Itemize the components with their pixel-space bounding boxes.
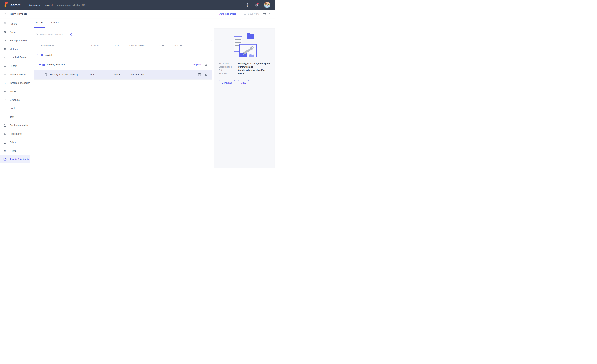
folder-row-models[interactable]: models [34, 50, 212, 60]
sidebar-item-output[interactable]: Output [0, 62, 30, 70]
notes-icon [3, 90, 7, 93]
detail-label: File Name [219, 62, 238, 65]
return-to-project-button[interactable]: Return to Project [4, 12, 27, 15]
register-button[interactable]: Register [189, 63, 201, 66]
topbar-actions: ? [245, 2, 270, 8]
tab-assets[interactable]: Assets [36, 18, 43, 28]
download-button[interactable]: Download [219, 80, 235, 85]
sidebar-item-label: Output [10, 65, 17, 67]
sidebar-item-panels[interactable]: Panels [0, 19, 30, 28]
save-view-button[interactable]: Save View [244, 12, 259, 15]
sidebar-item-label: Hyperparameters [10, 39, 29, 42]
search-icon [36, 33, 39, 36]
file-row-dummy-classifier-model[interactable]: dummy_classifier_model.j... Local 567 B … [34, 70, 212, 80]
detail-value: dummy_classifier_model.joblib [238, 62, 271, 65]
detail-row: Files Size 567 B [219, 72, 275, 75]
breadcrumb-project[interactable]: general [45, 4, 53, 6]
breadcrumb-user[interactable]: demo-user [29, 4, 40, 6]
folder-row-dummy-classifier[interactable]: dummy classifier Register [34, 60, 212, 70]
view-selector-dropdown[interactable]: Auto Generated [220, 13, 240, 15]
detail-label: Path [219, 69, 238, 72]
help-icon[interactable]: ? [245, 3, 250, 7]
svg-text:Py: Py [4, 82, 6, 84]
sidebar-item-histograms[interactable]: Histograms [0, 130, 30, 138]
file-name-link[interactable]: dummy_classifier_model.j... [50, 70, 80, 79]
detail-label: Last Modified [219, 65, 238, 69]
sidebar-item-audio[interactable]: Audio [0, 104, 30, 113]
detail-value: /models/dummy classifier [238, 69, 265, 72]
layout-table-dropdown[interactable] [263, 12, 270, 16]
top-navbar: comet demo-user › general › embarrassed_… [0, 0, 275, 10]
folder-icon [40, 50, 43, 60]
expand-chevron-icon[interactable] [37, 50, 39, 60]
download-icon[interactable] [204, 63, 207, 66]
sidebar-item-graph-definition[interactable]: Graph definition [0, 53, 30, 62]
sidebar-item-html[interactable]: HTML HTML [0, 147, 30, 155]
sidebar-item-other[interactable]: Other [0, 138, 30, 147]
tab-artifacts[interactable]: Artifacts [51, 18, 60, 28]
register-label: Register [193, 63, 201, 66]
header-label: SIZE [114, 44, 119, 47]
sidebar-item-code[interactable]: Code [0, 28, 30, 36]
announcements-icon[interactable] [255, 3, 259, 7]
cell-last-modified: 3 minutes ago [129, 70, 144, 79]
sidebar: Panels Code Hyperparameters Metrics Grap… [0, 18, 30, 167]
system-metrics-icon [3, 73, 7, 76]
table-layout-icon [263, 12, 266, 16]
search-settings-gear-icon[interactable] [70, 33, 73, 36]
view-bar: Return to Project Auto Generated Save Vi… [0, 10, 275, 18]
folder-name-link[interactable]: models [45, 50, 53, 60]
breadcrumb-experiment[interactable]: embarrassed_pilaster_911 [57, 4, 85, 6]
ellipsis-circle-icon [3, 141, 7, 144]
detail-row: File Name dummy_classifier_model.joblib [219, 62, 275, 65]
row-actions: Register [189, 60, 207, 70]
detail-label: Files Size [219, 72, 238, 75]
folder-name-link[interactable]: dummy classifier [47, 60, 65, 70]
sliders-icon [3, 39, 7, 42]
comet-logo[interactable]: comet [4, 2, 21, 8]
sidebar-item-hyperparameters[interactable]: Hyperparameters [0, 36, 30, 45]
sidebar-item-installed-packages[interactable]: Py Installed packages [0, 79, 30, 87]
detail-row: Path /models/dummy classifier [219, 69, 275, 72]
comet-flame-icon [4, 2, 9, 8]
sidebar-item-confusion-matrix[interactable]: Confusion matrix [0, 121, 30, 130]
file-details-panel: File Name dummy_classifier_model.joblib … [214, 28, 275, 167]
sidebar-item-label: Installed packages [10, 82, 30, 84]
sidebar-item-text[interactable]: Tt Text [0, 113, 30, 121]
header-label: STEP [159, 44, 164, 47]
sidebar-item-assets-artifacts[interactable]: Assets & Artifacts [0, 155, 30, 164]
terminal-icon [3, 64, 7, 68]
header-file-name[interactable]: FILE NAME [41, 40, 54, 50]
graph-icon [3, 56, 7, 59]
header-size: SIZE [114, 40, 119, 50]
expand-chevron-icon[interactable] [39, 60, 41, 70]
illustration-image [240, 44, 257, 57]
header-last-modified: LAST MODIFIED [129, 40, 145, 50]
sidebar-item-label: Metrics [10, 48, 18, 50]
tab-bar: Assets Artifacts [30, 18, 214, 28]
right-spacer [214, 18, 275, 28]
download-icon[interactable] [204, 73, 207, 76]
view-button[interactable]: View [238, 80, 249, 85]
folder-icon [42, 60, 45, 70]
preview-image-icon[interactable] [198, 73, 201, 76]
sidebar-item-label: Graph definition [10, 56, 27, 59]
svg-text:?: ? [247, 4, 248, 6]
sidebar-item-label: Notes [10, 90, 16, 93]
sidebar-item-label: Graphics [10, 98, 20, 101]
user-avatar[interactable] [264, 2, 270, 8]
assets-table: FILE NAME LOCATION SIZE LAST MODIFIED ST… [34, 40, 212, 132]
search-input[interactable] [40, 33, 69, 36]
sidebar-item-label: Histograms [10, 132, 22, 135]
sidebar-item-metrics[interactable]: Metrics [0, 45, 30, 53]
plus-icon [189, 63, 191, 66]
histogram-icon [3, 132, 7, 135]
chevron-down-icon [267, 13, 270, 15]
detail-row: Last Modified 3 minutes ago [219, 65, 275, 69]
sidebar-item-notes[interactable]: Notes [0, 87, 30, 96]
detail-value: 3 minutes ago [238, 65, 253, 69]
sidebar-item-system-metrics[interactable]: System metrics [0, 70, 30, 79]
header-context: CONTEXT [174, 40, 183, 50]
sidebar-item-label: System metrics [10, 73, 27, 76]
sidebar-item-graphics[interactable]: Graphics [0, 96, 30, 104]
